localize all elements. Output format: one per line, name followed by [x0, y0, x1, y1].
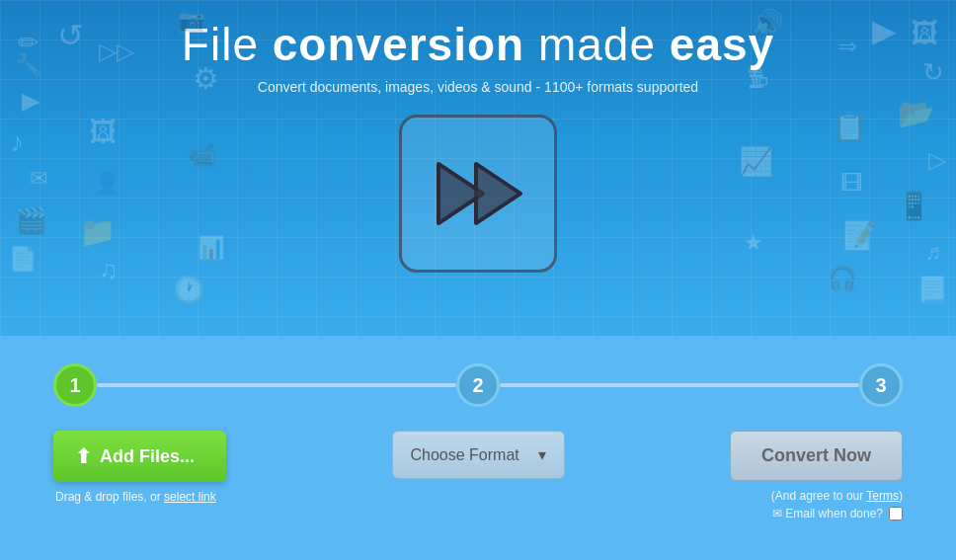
doodle-folder-icon: 📁	[79, 217, 116, 247]
doodle-note-icon: 📝	[842, 222, 877, 250]
hero-title-bold1: conversion	[273, 19, 524, 70]
hero-title-bold2: easy	[670, 19, 774, 70]
top-section: ✏ ↺ 🔧 ▶ ♪ ✉ 🎬 📄 ▷▷ 🖼 👤 📁 ♫ 📷 ⚙ 📹 📊 🕐 🖼 ▶…	[0, 0, 956, 336]
email-row: ✉ Email when done?	[772, 507, 903, 520]
doodle-film2-icon: 🎞	[840, 173, 862, 195]
step1-line	[97, 383, 456, 387]
step2-line	[500, 383, 859, 387]
doodle-video-icon: 📹	[188, 143, 217, 167]
select-link[interactable]: select link	[164, 490, 216, 504]
convert-now-button[interactable]: Convert Now	[730, 431, 903, 481]
doodle-folder2-icon: 📂	[898, 99, 934, 128]
bottom-section: 1 2 3 ⬆ Add Files... Drag & drop files, …	[0, 336, 956, 560]
choose-format-button[interactable]: Choose Format ▾	[392, 431, 565, 479]
doodle-refresh-icon: ↺	[57, 20, 84, 51]
svg-marker-3	[478, 167, 518, 220]
doodle-phone-icon: 📱	[897, 193, 931, 220]
drag-drop-text: Drag & drop files, or select link	[55, 490, 216, 504]
logo-box	[399, 115, 557, 273]
doodle-mail-icon: ✉	[30, 168, 47, 190]
add-files-button[interactable]: ⬆ Add Files...	[53, 431, 226, 482]
hero-title-mid: made	[524, 19, 670, 70]
doodle-mp3-icon: ♫	[99, 257, 119, 282]
doodle-wrench-icon: 🔧	[15, 54, 41, 76]
doodle-spreadsheet-icon: 📊	[198, 237, 224, 259]
doodle-arrow2-icon: ⇒	[837, 35, 857, 58]
hero-title: File conversion made easy	[182, 18, 774, 71]
terms-text: (And agree to our Terms)	[771, 489, 903, 503]
doodle-zip-icon: 🗜	[747, 69, 768, 91]
doodle-doc2-icon: 📃	[916, 277, 948, 302]
logo-arrows-icon	[429, 154, 527, 233]
convert-now-label: Convert Now	[761, 445, 871, 465]
terms-link[interactable]: Terms	[866, 489, 899, 503]
chevron-down-icon: ▾	[538, 445, 546, 464]
doodle-pencil-icon: ✏	[18, 30, 40, 55]
doodle-play2-icon: ▷	[928, 148, 946, 172]
doodle-music-icon: ♪	[10, 128, 24, 156]
doodle-doc-icon: 📄	[8, 247, 38, 271]
step2-circle: 2	[456, 363, 500, 407]
doodle-play-icon: ▶	[22, 89, 40, 113]
doodle-star-icon: ★	[744, 232, 763, 254]
doodle-video2-icon: ▶	[872, 15, 897, 46]
doodle-film-icon: 🎬	[15, 207, 46, 233]
doodle-person-icon: 👤	[94, 173, 120, 195]
doodle-headphone-icon: 🎧	[828, 267, 857, 290]
doodle-clock-icon: 🕐	[173, 277, 204, 302]
step3-circle: 3	[859, 363, 903, 407]
doodle-image-icon: 🖼	[89, 119, 117, 146]
doodle-music2-icon: ♬	[925, 242, 942, 264]
doodle-arrow-icon: ▷▷	[99, 40, 134, 63]
email-checkbox[interactable]	[889, 507, 903, 520]
doodle-image2-icon: 🖼	[911, 20, 938, 47]
add-files-label: Add Files...	[100, 446, 195, 467]
upload-icon: ⬆	[75, 444, 92, 468]
hero-subtitle: Convert documents, images, videos & soun…	[258, 79, 698, 95]
step1-col: ⬆ Add Files... Drag & drop files, or sel…	[53, 431, 337, 504]
choose-format-label: Choose Format	[411, 446, 519, 464]
steps-bar: 1 2 3	[53, 363, 903, 407]
email-label: ✉ Email when done?	[772, 507, 883, 520]
controls-row: ⬆ Add Files... Drag & drop files, or sel…	[53, 431, 903, 520]
doodle-chart-icon: 📈	[739, 148, 773, 176]
doodle-clipboard-icon: 📋	[833, 114, 867, 141]
doodle-refresh2-icon: ↻	[922, 59, 944, 85]
hero-title-plain: File	[182, 19, 273, 70]
step1-circle: 1	[53, 363, 97, 407]
step3-col: Convert Now (And agree to our Terms) ✉ E…	[619, 431, 903, 520]
step2-col: Choose Format ▾	[337, 431, 620, 479]
